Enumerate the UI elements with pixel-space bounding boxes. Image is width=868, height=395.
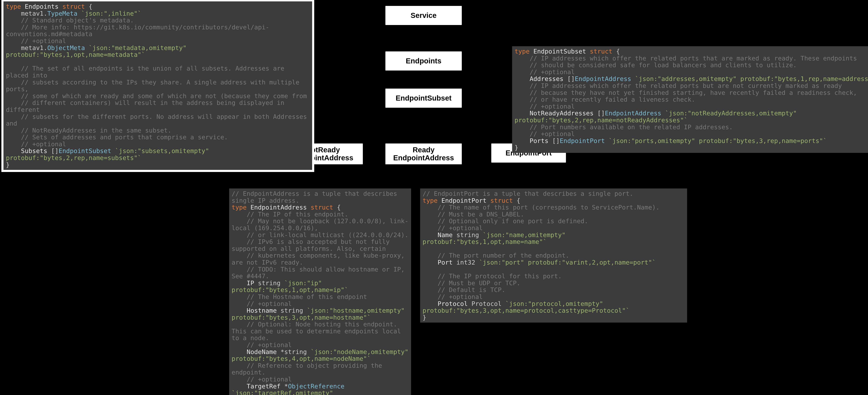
code-keyword: type [423, 197, 438, 204]
code-comment: // +optional [515, 103, 575, 110]
code-comment: // Optional: Node hosting this endpoint.… [231, 321, 405, 341]
code-comment: // TODO: This should allow hostname or I… [231, 266, 408, 280]
code-panel-endpoint-subset: type EndpointSubset struct { // IP addre… [512, 46, 868, 153]
code-field: Hostname [231, 307, 277, 314]
code-typename: EndpointPort [438, 197, 490, 204]
code-comment: // kubernetes components, like kube-prox… [231, 252, 408, 266]
code-comment: // subsets according to the IPs they sha… [6, 79, 303, 93]
code-text: { [85, 3, 92, 10]
code-comment: // The IP protocol for this port. [423, 273, 562, 280]
code-panel-endpoint-address: // EndpointAddress is a tuple that descr… [229, 188, 411, 395]
code-comment: // Must be a DNS_LABEL. [423, 211, 524, 218]
code-comment: // +optional [231, 376, 292, 383]
code-comment: // EndpointAddress is a tuple that descr… [231, 190, 401, 204]
code-comment: // +optional [231, 341, 292, 348]
code-field: Name [423, 232, 453, 239]
code-tag: `json:"port" protobuf:"varint,2,opt,name… [475, 259, 656, 266]
code-comment: // The name of this port (corresponds to… [423, 204, 659, 211]
code-comment: // EndpointPort is a tuple that describe… [423, 190, 633, 197]
label-endpoint-subset: EndpointSubset [385, 89, 462, 108]
code-comment: // +optional [515, 68, 575, 75]
code-comment: // some of which are ready and some of w… [6, 92, 307, 99]
code-comment: // +optional [515, 130, 575, 138]
code-comment: // IPv6 is also accepted but not fully s… [231, 238, 393, 252]
code-text: { [333, 204, 341, 211]
code-comment: // The port number of the endpoint. [423, 252, 569, 259]
code-text: [] [593, 110, 605, 117]
code-type: EndpointAddress [605, 110, 661, 117]
code-text: *string [277, 348, 307, 355]
code-text: [] [47, 147, 59, 154]
code-field: NotReadyAddresses [515, 110, 593, 117]
code-type: ObjectMeta [47, 44, 85, 52]
code-comment: // because they have not yet finished st… [515, 89, 857, 96]
code-comment: // May not be loopback (127.0.0.0/8), li… [231, 217, 408, 232]
code-comment: // or have recently failed a liveness ch… [515, 96, 695, 103]
code-text: * [281, 383, 288, 390]
code-comment: // +optional [423, 293, 483, 300]
code-type: ObjectReference [288, 383, 344, 390]
code-comment: // Reference to object providing the end… [231, 362, 386, 376]
code-comment: // different containers) will result in … [6, 99, 288, 113]
code-panel-endpoints: type Endpoints struct { metav1.TypeMeta … [3, 1, 312, 170]
code-keyword: type [6, 3, 21, 10]
code-comment: // +optional [423, 224, 483, 232]
code-comment: // +optional [231, 300, 292, 307]
code-field: Subsets [6, 147, 47, 154]
code-tag: `json:"addresses,omitempty" protobuf:"by… [631, 75, 868, 82]
code-field: Protocol [423, 300, 468, 307]
label-ready-endpoint-address: Ready EndpointAddress [385, 144, 462, 164]
code-comment: // The IP of this endpoint. [231, 211, 348, 218]
code-comment: // should be considered safe for load ba… [515, 61, 797, 69]
code-field: IP [231, 279, 254, 286]
code-comment: // Default is TCP. [423, 286, 505, 293]
code-comment: // IP addresses which offer the related … [515, 82, 842, 89]
code-typename: Endpoints [21, 3, 62, 10]
code-comment: // Sets of addresses and ports that comp… [6, 133, 228, 141]
code-keyword: struct [490, 197, 513, 204]
label-endpoints: Endpoints [385, 52, 462, 70]
code-field: Port [423, 259, 453, 266]
code-type: EndpointPort [560, 137, 605, 144]
code-comment: // Standard object's metadata. [6, 17, 134, 24]
code-comment: // or link-local multicast ((224.0.0.0/2… [231, 232, 408, 239]
code-field: TargetRef [231, 383, 281, 390]
code-tag: `json:"ports,omitempty" protobuf:"bytes,… [605, 137, 827, 144]
code-comment: // NotReadyAddresses in the same subset. [6, 127, 172, 134]
code-comment: // More info: https://git.k8s.io/communi… [6, 24, 269, 38]
code-keyword: struct [311, 204, 333, 211]
code-comment: // +optional [6, 141, 66, 148]
code-text: [] [549, 137, 560, 144]
code-text: { [513, 197, 520, 204]
code-text: [] [563, 75, 575, 82]
code-text: int32 [453, 259, 475, 266]
code-tag: `json:",inline"` [78, 10, 141, 17]
code-keyword: type [515, 48, 530, 55]
code-text: } [515, 144, 518, 151]
code-comment: // Port numbers available on the related… [515, 123, 733, 131]
code-text: } [6, 161, 10, 168]
code-text: metav1. [6, 44, 47, 52]
code-type: TypeMeta [47, 10, 77, 17]
code-panel-endpoint-port: // EndpointPort is a tuple that describe… [420, 188, 687, 323]
code-comment: // Must be UDP or TCP. [423, 279, 521, 286]
code-type: EndpointAddress [575, 75, 631, 82]
code-typename: EndpointSubset [530, 48, 590, 55]
code-text: Protocol [468, 300, 501, 307]
code-field: NodeName [231, 348, 277, 355]
code-comment: // Optional only if one port is defined. [423, 217, 588, 224]
code-comment: // The Hostname of this endpoint [231, 293, 367, 300]
code-text: string [277, 307, 303, 314]
code-text: } [423, 314, 426, 321]
code-text: string [254, 279, 281, 286]
code-keyword: struct [590, 48, 612, 55]
diagram-canvas: Service Endpoints EndpointSubset NotRead… [0, 0, 868, 395]
label-service: Service [385, 6, 462, 25]
code-keyword: struct [62, 3, 85, 10]
code-typename: EndpointAddress [247, 204, 311, 211]
code-text: string [453, 232, 479, 239]
code-text: { [613, 48, 620, 55]
code-type: EndpointSubset [59, 147, 111, 154]
code-text: metav1. [6, 10, 47, 17]
code-comment: // subsets for the different ports. No a… [6, 113, 311, 127]
